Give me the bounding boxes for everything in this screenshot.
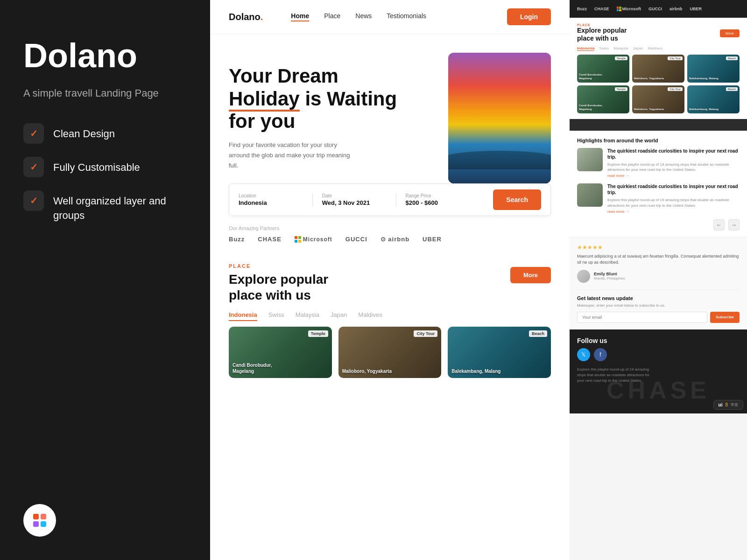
place-card-img-2: City Tour Malioboro, Yogyakarta bbox=[338, 327, 442, 378]
rt-section-title: Explore popular place with us bbox=[577, 27, 740, 42]
twitter-icon[interactable]: 𝕏 bbox=[577, 348, 590, 361]
article-headline-2: The quirkiest roadside curiosities to in… bbox=[607, 183, 740, 196]
ui8-number: 8 bbox=[725, 402, 728, 407]
rt-section-tag: PLACE bbox=[577, 23, 740, 27]
place-section: PLACE Explore popular place with us More… bbox=[210, 252, 570, 383]
svg-rect-1 bbox=[41, 514, 46, 519]
partners-label: Our Amazing Partners bbox=[229, 225, 551, 231]
read-more-1[interactable]: read more → bbox=[607, 174, 740, 178]
price-field: Range Price $200 - $600 bbox=[406, 193, 479, 206]
partner-uber: UBER bbox=[423, 236, 442, 243]
nav-testimonials[interactable]: Testiomonials bbox=[387, 12, 426, 21]
right-dark: Follow us 𝕏 f Explore this playful round… bbox=[570, 329, 747, 413]
rt-partner-microsoft: Microsoft bbox=[617, 7, 641, 11]
nav-news[interactable]: News bbox=[355, 12, 372, 21]
hero-title-line1: Your Dream bbox=[229, 65, 338, 87]
tab-maldives[interactable]: Maldives bbox=[358, 311, 382, 321]
center-panel: Dolano. Home Place News Testiomonials Lo… bbox=[210, 0, 570, 560]
hero-title-line3: for you bbox=[229, 110, 295, 132]
card-tag-1: Temple bbox=[308, 330, 328, 337]
site-hero: Your Dream Holiday is Waiting for you Fi… bbox=[210, 34, 570, 183]
login-button[interactable]: Login bbox=[507, 8, 551, 25]
newsletter-section: Get latest news update Malesuper, enter … bbox=[577, 289, 740, 323]
place-card-1[interactable]: Temple Candi Borobudur,Magelang bbox=[229, 327, 332, 378]
partner-chase: CHASE bbox=[258, 236, 282, 243]
partner-gucci: GUCCI bbox=[345, 236, 367, 243]
rt-card-1[interactable]: Temple Candi Borobudur,Magelang bbox=[577, 55, 629, 83]
newsletter-desc: Malesuper, enter your email below to sub… bbox=[577, 303, 740, 308]
nav-home[interactable]: Home bbox=[291, 12, 309, 21]
next-arrow[interactable]: → bbox=[728, 219, 740, 231]
tab-swiss[interactable]: Swiss bbox=[268, 311, 284, 321]
feature-list: ✓ Clean Design ✓ Fully Customisable ✓ We… bbox=[23, 123, 187, 223]
place-tabs: Indonesia Swiss Malaysia Japan Maldives bbox=[229, 311, 551, 321]
social-row: 𝕏 f bbox=[577, 348, 740, 361]
search-bar: Location Indonesia Date Wed, 3 Nov 2021 … bbox=[229, 183, 551, 216]
card-tag-3: Beach bbox=[529, 330, 547, 337]
rt-card-2[interactable]: City Tour Malioboro, Yogyakarta bbox=[632, 55, 684, 83]
tab-indonesia[interactable]: Indonesia bbox=[229, 311, 257, 321]
figma-logo bbox=[23, 504, 56, 537]
articles-section-title: Highlights from around the world bbox=[577, 138, 740, 143]
partners-logos: Buzz CHASE Microsoft GUCCI ⊙ airbnb UBER bbox=[229, 236, 551, 243]
read-more-2[interactable]: read more → bbox=[607, 210, 740, 214]
rt-more-button[interactable]: More bbox=[720, 29, 740, 37]
rt-partner-chase: CHASE bbox=[594, 7, 609, 11]
location-value[interactable]: Indonesia bbox=[239, 199, 303, 206]
newsletter-subscribe-button[interactable]: Subscribe bbox=[710, 312, 740, 323]
rt-partner-airbnb: airbnb bbox=[669, 7, 683, 11]
rt-card-3[interactable]: Beach Balekambang, Malang bbox=[687, 55, 740, 83]
reviewer: Emily Blunt Manila, Philippines bbox=[577, 270, 740, 283]
article-image-1 bbox=[577, 148, 603, 171]
reviewer-name: Emily Blunt bbox=[594, 272, 625, 276]
article-2: The quirkiest roadside curiosities to in… bbox=[577, 183, 740, 213]
newsletter-form: Subscribe bbox=[577, 312, 740, 323]
rt-tabs: Indonesia Swiss Malaysia Japan Maldives bbox=[577, 44, 740, 51]
price-label: Range Price bbox=[406, 193, 470, 198]
rt-tab-malaysia[interactable]: Malaysia bbox=[613, 46, 628, 51]
tab-malaysia[interactable]: Malaysia bbox=[296, 311, 319, 321]
right-top-nav: Buzz CHASE Microsoft GUCCI airbnb UBER bbox=[570, 0, 747, 18]
reviewer-info: Emily Blunt Manila, Philippines bbox=[594, 272, 625, 280]
place-cards-grid: Temple Candi Borobudur,Magelang City Tou… bbox=[229, 327, 551, 378]
ui8-badge: ui 8 学堂 bbox=[713, 400, 743, 410]
date-label: Date bbox=[322, 193, 387, 198]
nav-place[interactable]: Place bbox=[324, 12, 340, 21]
rt-tab-indonesia[interactable]: Indonesia bbox=[577, 46, 594, 51]
place-card-3[interactable]: Beach Balekambang, Malang bbox=[448, 327, 551, 378]
place-card-2[interactable]: City Tour Malioboro, Yogyakarta bbox=[338, 327, 442, 378]
chase-watermark: CHASE bbox=[606, 376, 710, 404]
article-1: The quirkiest roadside curiosities to in… bbox=[577, 148, 740, 178]
date-value[interactable]: Wed, 3 Nov 2021 bbox=[322, 199, 387, 206]
location-field: Location Indonesia bbox=[239, 193, 313, 206]
review-stars: ★★★★★ bbox=[577, 244, 740, 251]
newsletter-title: Get latest news update bbox=[577, 295, 740, 301]
rt-partner-buzz: Buzz bbox=[577, 7, 587, 11]
prev-arrow[interactable]: ← bbox=[713, 219, 725, 231]
rt-card-6[interactable]: Beach Balekambang, Malang bbox=[687, 85, 740, 113]
rt-tab-maldives[interactable]: Maldives bbox=[648, 46, 663, 51]
rt-place-grid: Temple Candi Borobudur,Magelang City Tou… bbox=[577, 55, 740, 113]
newsletter-input[interactable] bbox=[577, 312, 707, 323]
rt-partner-gucci: GUCCI bbox=[648, 7, 662, 11]
svg-rect-3 bbox=[41, 521, 46, 527]
rt-tab-swiss[interactable]: Swiss bbox=[599, 46, 609, 51]
rt-card-4[interactable]: Temple Candi Borobudur,Magelang bbox=[577, 85, 629, 113]
rt-card-5[interactable]: City Tour Malioboro, Yogyakarta bbox=[632, 85, 684, 113]
card-label-2: Malioboro, Yogyakarta bbox=[342, 368, 392, 374]
check-icon-1: ✓ bbox=[23, 123, 44, 144]
facebook-icon[interactable]: f bbox=[594, 348, 607, 361]
article-body-1: Explore this playful round-up of 19 amaz… bbox=[607, 162, 740, 172]
tab-japan[interactable]: Japan bbox=[331, 311, 347, 321]
site-nav: Home Place News Testiomonials bbox=[291, 12, 426, 21]
search-button[interactable]: Search bbox=[493, 189, 541, 210]
card-label-3: Balekambang, Malang bbox=[451, 368, 500, 374]
site-logo: Dolano. bbox=[229, 12, 263, 22]
check-icon-2: ✓ bbox=[23, 157, 44, 177]
place-card-img-3: Beach Balekambang, Malang bbox=[448, 327, 551, 378]
rt-tab-japan[interactable]: Japan bbox=[633, 46, 643, 51]
partner-microsoft: Microsoft bbox=[295, 236, 332, 243]
price-value[interactable]: $200 - $600 bbox=[406, 199, 470, 206]
right-mid: Highlights from around the world The qui… bbox=[570, 131, 747, 237]
place-more-button[interactable]: More bbox=[510, 267, 551, 283]
